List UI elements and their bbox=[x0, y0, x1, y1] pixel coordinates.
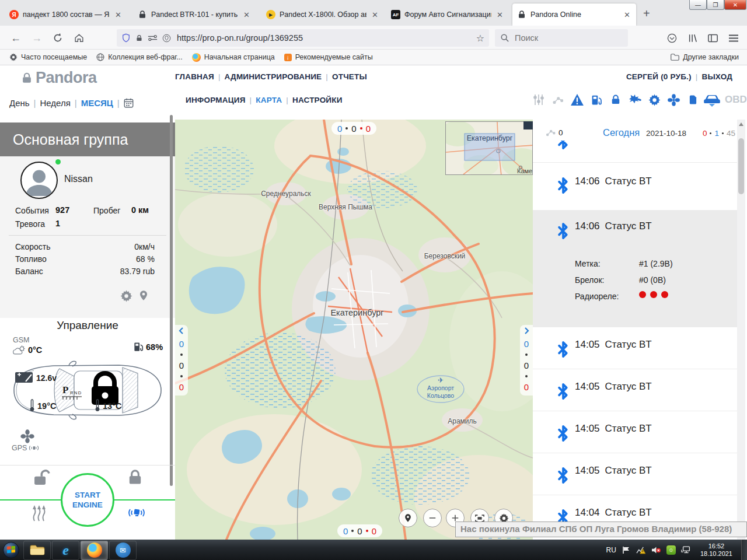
calendar-icon[interactable] bbox=[124, 98, 134, 108]
sliders-icon[interactable] bbox=[530, 92, 547, 107]
map-zoom-out-button[interactable] bbox=[423, 509, 442, 527]
tracking-shield-icon[interactable] bbox=[121, 33, 131, 43]
library-icon[interactable] bbox=[685, 30, 700, 46]
action-center-flag-icon[interactable] bbox=[622, 546, 631, 554]
climate-fan-icon[interactable] bbox=[20, 429, 35, 444]
taskbar-thunderbird-button[interactable]: ✉ bbox=[109, 541, 137, 560]
start-engine-button[interactable]: START ENGINE bbox=[61, 473, 114, 527]
event-row-selected[interactable]: 14:06Статус BT Метка: #1 (2.9В) Брелок: … bbox=[533, 210, 737, 327]
user-name[interactable]: СЕРГЕЙ (0 РУБ.) bbox=[626, 72, 692, 81]
tab-close-icon[interactable]: ✕ bbox=[623, 10, 631, 19]
map-counter-left[interactable]: 0 0 0 bbox=[175, 325, 188, 396]
logout-link[interactable]: ВЫХОД bbox=[701, 72, 732, 81]
avatar[interactable] bbox=[20, 162, 58, 199]
vehicle-settings-gear-icon[interactable] bbox=[120, 290, 132, 302]
event-row[interactable]: 14:06Статус BT bbox=[533, 162, 737, 210]
nav-main-reports[interactable]: ОТЧЕТЫ bbox=[332, 72, 367, 81]
events-date[interactable]: 2021-10-18 bbox=[646, 129, 686, 138]
map-area[interactable]: Среднеуральск Верхняя Пышма Березовский … bbox=[175, 120, 533, 540]
search-input[interactable] bbox=[514, 33, 613, 43]
vehicle-locate-pin-icon[interactable] bbox=[138, 289, 149, 302]
permissions-icon[interactable] bbox=[148, 34, 158, 41]
start-button[interactable] bbox=[0, 540, 22, 559]
map-canvas[interactable] bbox=[175, 120, 533, 540]
tab-yandex[interactable]: Я пандект 1800 состав — Яндекс ✕ bbox=[5, 4, 127, 26]
bookmark-recommended[interactable]: ¡ Рекомендуемые сайты bbox=[284, 53, 373, 61]
tab-pandect-btr[interactable]: Pandect BTR-101 - купить в ин ✕ bbox=[133, 4, 256, 26]
period-month[interactable]: МЕСЯЦ bbox=[81, 98, 113, 108]
nav-sub-settings[interactable]: НАСТРОЙКИ bbox=[292, 96, 343, 104]
heater-button[interactable] bbox=[30, 503, 48, 522]
clock[interactable]: 16:52 18.10.2021 bbox=[700, 542, 732, 558]
chevron-left-icon[interactable] bbox=[178, 327, 185, 334]
settings-gear-icon[interactable] bbox=[645, 92, 663, 107]
map-counter-right[interactable]: 0 0 0 bbox=[520, 325, 533, 396]
siren-button[interactable] bbox=[127, 505, 146, 520]
event-row[interactable]: 14:05Статус BT bbox=[533, 327, 737, 369]
show-desktop-button[interactable] bbox=[741, 540, 747, 560]
window-minimize-button[interactable]: — bbox=[689, 0, 707, 10]
share-track-icon[interactable] bbox=[546, 128, 556, 137]
new-tab-button[interactable]: + bbox=[643, 7, 650, 20]
event-row-partial[interactable] bbox=[556, 141, 570, 152]
impact-icon[interactable] bbox=[626, 92, 644, 107]
url-bar[interactable]: ☆ bbox=[117, 29, 489, 47]
period-day[interactable]: День bbox=[9, 98, 30, 108]
car-connect-icon[interactable] bbox=[703, 92, 721, 107]
bookmark-home[interactable]: Начальная страница bbox=[192, 53, 275, 62]
track-icon[interactable] bbox=[549, 92, 567, 107]
tab-forum[interactable]: AF Форум Авто Сигнализаций - ✕ bbox=[386, 4, 509, 26]
https-lock-icon[interactable] bbox=[135, 34, 143, 43]
nav-main-home[interactable]: ГЛАВНАЯ bbox=[175, 72, 214, 81]
menu-hamburger-icon[interactable] bbox=[726, 30, 741, 46]
back-icon[interactable]: ← bbox=[8, 30, 23, 46]
events-scrollbar[interactable] bbox=[737, 120, 745, 540]
period-week[interactable]: Неделя bbox=[40, 98, 71, 108]
reload-icon[interactable] bbox=[50, 30, 65, 46]
home-icon[interactable] bbox=[71, 30, 86, 46]
car-illustration[interactable]: 12.6v P RND 19°C 13°C bbox=[8, 357, 167, 424]
pocket-icon[interactable] bbox=[664, 30, 679, 46]
sidebar-toggle-icon[interactable] bbox=[705, 30, 720, 46]
tab-close-icon[interactable]: ✕ bbox=[242, 10, 251, 19]
tab-close-icon[interactable]: ✕ bbox=[371, 10, 379, 19]
today-link[interactable]: Сегодня bbox=[603, 127, 640, 138]
other-bookmarks[interactable]: Другие закладки bbox=[671, 53, 739, 61]
sim-icon[interactable] bbox=[684, 92, 701, 107]
minimap[interactable]: Екатеринбург Каменск bbox=[445, 121, 533, 175]
volume-muted-icon[interactable] bbox=[651, 546, 661, 554]
lock-button[interactable] bbox=[126, 468, 144, 487]
chevron-right-icon[interactable] bbox=[523, 327, 530, 334]
tab-close-icon[interactable]: ✕ bbox=[495, 10, 504, 19]
nav-sub-map[interactable]: КАРТА bbox=[256, 96, 282, 104]
url-input[interactable] bbox=[176, 33, 450, 43]
fuel-icon[interactable] bbox=[588, 92, 605, 107]
vehicle-name[interactable]: Nissan bbox=[64, 174, 93, 184]
sidebar-scrollbar[interactable] bbox=[170, 115, 173, 486]
alarm-warning-icon[interactable] bbox=[568, 92, 586, 107]
event-row[interactable]: 14:05Статус BT bbox=[533, 369, 737, 411]
pandora-logo[interactable]: Pandora bbox=[20, 69, 97, 87]
bookmark-frequent[interactable]: Часто посещаемые bbox=[9, 53, 87, 61]
nav-main-admin[interactable]: АДМИНИСТРИРОВАНИЕ bbox=[225, 72, 322, 81]
search-bar[interactable] bbox=[495, 29, 628, 47]
agent-icon[interactable]: ☺ bbox=[666, 545, 676, 555]
network-icon[interactable] bbox=[681, 545, 692, 554]
minimap-collapse-button[interactable] bbox=[523, 121, 533, 130]
window-maximize-button[interactable]: ❐ bbox=[707, 0, 724, 10]
event-row[interactable]: 14:05Статус BT bbox=[533, 411, 737, 453]
scrollbar-thumb[interactable] bbox=[738, 138, 744, 194]
lock-status-icon[interactable] bbox=[607, 92, 624, 107]
bookmark-star-icon[interactable]: ☆ bbox=[476, 33, 484, 44]
performance-warning-icon[interactable] bbox=[636, 545, 646, 554]
nav-sub-info[interactable]: ИНФОРМАЦИЯ bbox=[186, 96, 246, 104]
tab-close-icon[interactable]: ✕ bbox=[114, 10, 123, 19]
tab-pandora-online[interactable]: Pandora Online ✕ bbox=[512, 4, 636, 26]
map-locate-button[interactable] bbox=[399, 509, 417, 527]
scroll-up-arrow[interactable] bbox=[739, 123, 743, 126]
tab-pandect-video[interactable]: ▶ Pandect X-1800l. Обзор автос ✕ bbox=[261, 4, 384, 26]
bookmark-collection[interactable]: Коллекция веб-фраг... bbox=[96, 53, 183, 61]
taskbar-firefox-button[interactable] bbox=[81, 541, 108, 560]
forward-icon[interactable]: → bbox=[29, 30, 44, 46]
taskbar-explorer-button[interactable] bbox=[23, 541, 51, 560]
